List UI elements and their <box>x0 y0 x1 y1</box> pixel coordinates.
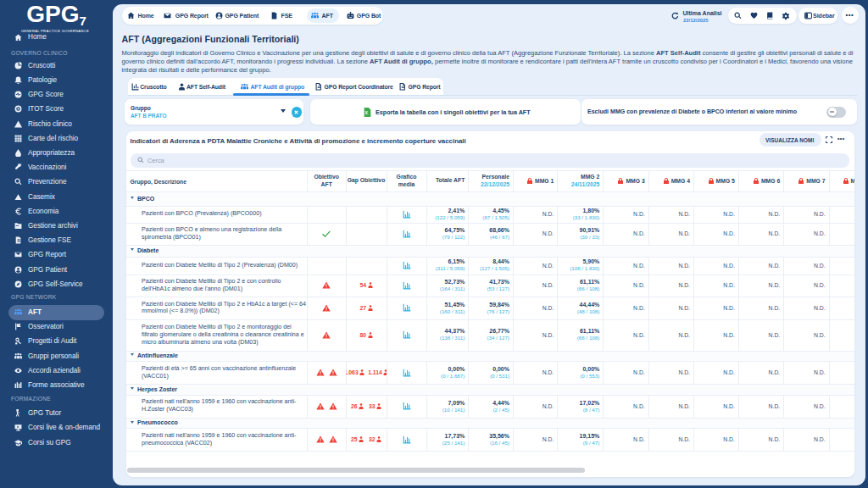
svg-text:X: X <box>365 109 369 114</box>
